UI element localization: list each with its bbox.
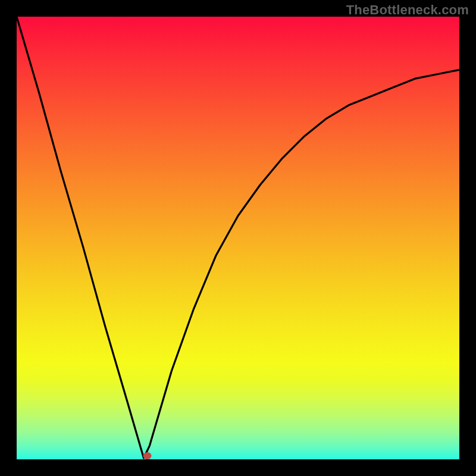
gradient-background — [17, 17, 459, 459]
plot-area — [17, 17, 459, 459]
watermark-text: TheBottleneck.com — [346, 2, 469, 18]
minimum-marker — [143, 452, 151, 459]
plot-svg — [17, 17, 459, 459]
chart-frame: TheBottleneck.com — [0, 0, 476, 476]
